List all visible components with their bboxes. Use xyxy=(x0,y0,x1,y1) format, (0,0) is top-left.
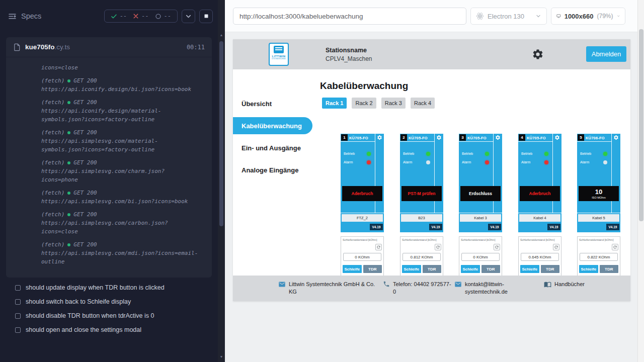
tab-rack-3[interactable]: Rack 3 xyxy=(381,98,406,109)
cable-name: Kabel 5 xyxy=(578,214,619,222)
cable-name: FTZ_2 xyxy=(342,214,383,222)
measurement-value: 0.645 KOhm xyxy=(521,253,559,261)
email-address: kontakt@littwin-systemtechnik.de xyxy=(465,281,515,296)
fetch-log-entry: (fetch)GET 200 https://api.simplesvg.com… xyxy=(41,240,205,266)
footer-company: Littwin Systemtechnik GmbH & Co. KG xyxy=(278,281,385,296)
station-name: CPLV4_Maschen xyxy=(326,55,372,62)
measurement-label: Schleifenwiderstand [kOhm] xyxy=(461,238,495,241)
sidebar-item-uebersicht[interactable]: Übersicht xyxy=(233,93,311,115)
slot-number: 3 xyxy=(459,134,466,141)
spec-file-bar[interactable]: kue705fo.cy.ts 00:11 xyxy=(6,37,212,57)
settings-gear-icon[interactable] xyxy=(532,48,544,60)
test-title: should disable TDR button when tdrActive… xyxy=(26,312,154,319)
footer-phone[interactable]: Telefon: 04402 972577-0 xyxy=(383,281,453,296)
schleife-button[interactable]: Schleife xyxy=(343,265,362,273)
device-settings-icon[interactable] xyxy=(377,135,382,140)
refresh-icon[interactable] xyxy=(375,244,382,250)
footer-email[interactable]: kontakt@littwin-systemtechnik.de xyxy=(454,281,515,296)
sidebar-item-analoge-eingaenge[interactable]: Analoge Eingänge xyxy=(233,159,311,181)
collapse-runner-button[interactable] xyxy=(182,10,195,23)
refresh-icon[interactable] xyxy=(494,244,500,250)
tdr-button[interactable]: TDR xyxy=(363,265,382,273)
betrieb-label: Betrieb xyxy=(462,152,473,155)
betrieb-led xyxy=(426,152,430,156)
schleife-button[interactable]: Schleife xyxy=(520,265,539,273)
runner-scrollbar[interactable]: ▲ ▼ xyxy=(218,0,225,362)
page-scrollbar[interactable] xyxy=(637,0,644,362)
test-item[interactable]: should open and close the settings modal xyxy=(0,323,218,337)
device-settings-icon[interactable] xyxy=(495,135,501,140)
tdr-button[interactable]: TDR xyxy=(541,265,560,273)
viewport-size-selector[interactable]: 1000x660 (79%) xyxy=(551,8,625,25)
tab-rack-2[interactable]: Rack 2 xyxy=(352,98,376,109)
device-model: KÜ705-FO xyxy=(467,136,487,140)
test-status-icon xyxy=(15,327,21,333)
fetch-log-entry: (fetch)GET 200 https://api.simplesvg.com… xyxy=(41,128,205,154)
device-model: KÜ705-FO xyxy=(527,136,546,140)
schleife-button[interactable]: Schleife xyxy=(579,265,598,273)
success-dot xyxy=(67,213,70,216)
page-scrollbar-thumb[interactable] xyxy=(639,29,643,221)
device-graphic: 1 KÜ705-FO Betrieb Alarm Aderbruch FTZ_2… xyxy=(341,134,384,232)
cross-icon xyxy=(133,13,139,19)
success-dot xyxy=(67,243,70,246)
specs-menu-icon xyxy=(8,12,17,21)
scroll-down-icon[interactable]: ▼ xyxy=(218,354,225,360)
device-card-3: 3 KÜ705-FO Betrieb Alarm Erdschluss Kabe… xyxy=(459,134,502,279)
device-settings-icon[interactable] xyxy=(554,135,560,140)
firmware-version: V4.19 xyxy=(370,224,383,230)
runner-header: Specs -- -- -- xyxy=(0,0,218,32)
runner-scrollbar-thumb[interactable] xyxy=(219,41,223,226)
station-label: Stationsname xyxy=(326,47,372,54)
logo-subtext: SYSTEMTECHNIK xyxy=(272,58,286,60)
measurement-label: Schleifenwiderstand [kOhm] xyxy=(343,238,377,241)
alarm-led xyxy=(603,160,607,164)
browser-name: Electron 130 xyxy=(488,13,524,20)
slot-number: 4 xyxy=(519,134,525,141)
alarm-label: Alarm xyxy=(344,160,353,164)
test-status-icon xyxy=(15,299,21,305)
tdr-button[interactable]: TDR xyxy=(600,265,619,273)
device-graphic: 2 KÜ705-FO Betrieb Alarm PST-M prüfen B2… xyxy=(400,134,443,232)
url-input[interactable] xyxy=(233,8,466,25)
sidebar-item-kabelueberwachung[interactable]: Kabelüberwachung xyxy=(233,117,312,134)
schleife-button[interactable]: Schleife xyxy=(402,265,421,273)
slot-number: 1 xyxy=(341,134,348,141)
specs-toggle-button[interactable]: Specs xyxy=(8,12,41,21)
browser-selector[interactable]: Electron 130 xyxy=(470,8,547,25)
success-dot xyxy=(67,161,70,164)
logout-button[interactable]: Abmelden xyxy=(586,46,626,62)
viewport-size: 1000x660 xyxy=(565,13,594,20)
tab-rack-4[interactable]: Rack 4 xyxy=(411,98,435,109)
fetch-log-entry: (fetch)GET 200 https://api.iconify.desig… xyxy=(41,76,205,94)
device-display: PST-M prüfen xyxy=(401,186,442,201)
footer-manuals[interactable]: Handbücher xyxy=(544,281,585,288)
device-settings-icon[interactable] xyxy=(613,135,619,140)
tdr-button[interactable]: TDR xyxy=(423,265,442,273)
test-item[interactable]: should disable TDR button when tdrActive… xyxy=(0,309,218,323)
monitor-icon xyxy=(556,12,561,20)
tab-rack-1[interactable]: Rack 1 xyxy=(322,98,347,109)
test-item[interactable]: should update display when TDR button is… xyxy=(0,281,218,295)
app-footer: Littwin Systemtechnik GmbH & Co. KG Tele… xyxy=(233,276,630,301)
stop-run-button[interactable] xyxy=(199,10,213,23)
sidebar-item-ein-und-ausgaenge[interactable]: Ein- und Ausgänge xyxy=(233,137,311,159)
request-url: https://api.simplesvg.com/material-symbo… xyxy=(41,137,200,154)
tdr-button[interactable]: TDR xyxy=(481,265,501,273)
scroll-up-icon[interactable]: ▲ xyxy=(218,32,225,38)
spec-extension: .cy.ts xyxy=(55,43,70,51)
display-unit: ISO MOhm xyxy=(592,196,606,199)
refresh-icon[interactable] xyxy=(435,244,441,250)
test-item[interactable]: should switch back to Schleife display xyxy=(0,295,218,309)
cable-name: Kabel 4 xyxy=(519,214,560,222)
cable-name: Kabel 3 xyxy=(460,214,501,222)
refresh-icon[interactable] xyxy=(553,244,559,250)
schleife-button[interactable]: Schleife xyxy=(461,265,480,273)
measurement-value: 0.812 KOhm xyxy=(403,253,441,261)
log-line: icons=close xyxy=(41,63,205,72)
pending-count: -- xyxy=(164,13,171,20)
device-settings-icon[interactable] xyxy=(436,135,442,140)
measurement-value: 0 KOhm xyxy=(461,253,500,261)
refresh-icon[interactable] xyxy=(612,244,618,250)
main-content: Kabelüberwachung Rack 1 Rack 2 Rack 3 Ra… xyxy=(311,69,630,301)
